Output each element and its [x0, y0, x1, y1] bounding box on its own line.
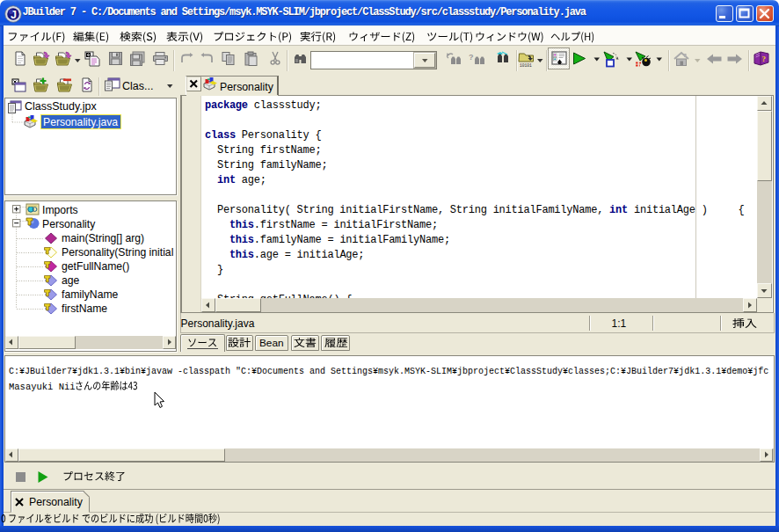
- svg-text:J: J: [11, 9, 17, 21]
- svg-text:?: ?: [762, 55, 767, 63]
- svg-text:10101: 10101: [520, 63, 532, 68]
- svg-text:?: ?: [469, 53, 474, 62]
